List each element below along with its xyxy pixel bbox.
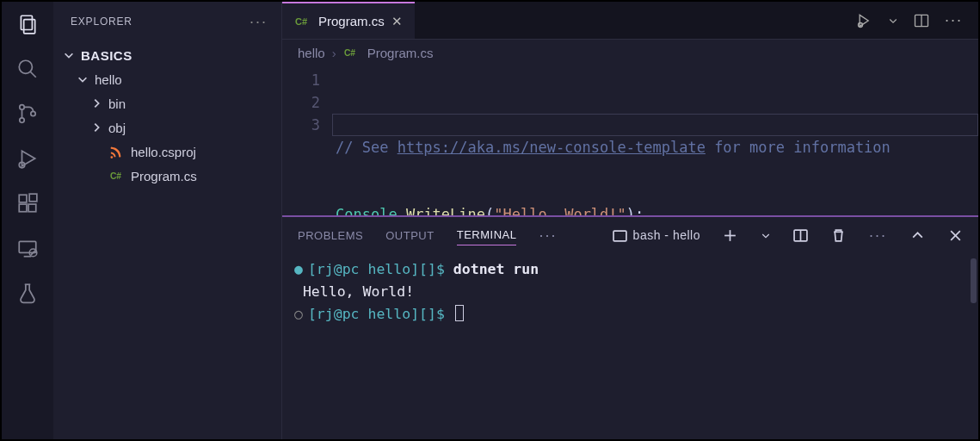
bottom-panel: PROBLEMS OUTPUT TERMINAL ··· bash - hell…: [282, 215, 978, 439]
terminal-selector[interactable]: bash - hello: [613, 227, 700, 243]
source-control-icon[interactable]: [15, 102, 40, 126]
editor-tab-label: Program.cs: [318, 14, 385, 28]
panel-tab-terminal[interactable]: TERMINAL: [457, 225, 517, 245]
svg-point-4: [20, 105, 24, 109]
chevron-down-icon[interactable]: [888, 11, 898, 30]
tree-file-csproj[interactable]: hello.csproj: [53, 140, 281, 164]
code-comment: for more information: [706, 139, 891, 156]
breadcrumb-file[interactable]: Program.cs: [367, 46, 434, 60]
maximize-panel-icon[interactable]: [909, 227, 925, 243]
extensions-icon[interactable]: [15, 191, 40, 215]
svg-text:C#: C#: [109, 171, 120, 181]
breadcrumb-separator: ›: [332, 46, 336, 60]
terminal-cursor: [455, 305, 464, 321]
tree-file-program[interactable]: C# Program.cs: [53, 164, 281, 188]
code-class: Console: [336, 206, 398, 215]
editor-tab[interactable]: C# Program.cs ✕: [282, 2, 415, 39]
terminal-scrollbar[interactable]: [971, 258, 977, 303]
split-terminal-icon[interactable]: [793, 227, 809, 243]
tree-file-label: Program.cs: [131, 169, 197, 183]
svg-point-6: [31, 111, 35, 115]
svg-rect-8: [19, 195, 27, 202]
panel-tab-problems[interactable]: PROBLEMS: [298, 226, 363, 245]
split-editor-icon[interactable]: [912, 11, 931, 30]
svg-rect-11: [29, 194, 37, 202]
terminal-command: dotnet run: [453, 261, 539, 277]
code-editor[interactable]: 1 2 3 // See https://aka.ms/new-console-…: [282, 65, 978, 215]
close-panel-icon[interactable]: [947, 227, 963, 243]
sidebar: EXPLORER ··· BASICS hello bin obj hello.…: [53, 2, 281, 439]
terminal-title-label: bash - hello: [633, 228, 700, 242]
svg-line-3: [30, 71, 36, 78]
sidebar-title: EXPLORER: [71, 16, 133, 28]
prompt-bullet-icon: ○: [294, 306, 303, 322]
tree-section[interactable]: BASICS: [53, 43, 281, 67]
terminal-output: Hello, World!: [303, 283, 414, 300]
svg-text:C#: C#: [344, 48, 355, 58]
svg-point-5: [20, 118, 24, 122]
run-debug-icon[interactable]: [15, 146, 40, 171]
tree-section-label: BASICS: [81, 48, 133, 63]
svg-rect-22: [613, 231, 626, 241]
close-icon[interactable]: ✕: [391, 14, 403, 29]
code-method: WriteLine: [406, 206, 485, 215]
terminal[interactable]: ●[rj@pc hello][]$ dotnet run Hello, Worl…: [282, 253, 978, 439]
current-line-highlight: [332, 114, 978, 136]
csharp-file-icon: C#: [294, 15, 308, 28]
svg-rect-1: [24, 20, 35, 34]
tree-folder-label: bin: [108, 96, 126, 111]
line-number: 2: [282, 91, 320, 114]
tree-folder-label: hello: [95, 72, 122, 87]
chevron-down-icon: [76, 72, 89, 86]
line-number: 1: [282, 69, 320, 91]
file-tree: BASICS hello bin obj hello.csproj C# Pro: [53, 41, 281, 189]
csharp-file-icon: C#: [108, 169, 122, 183]
terminal-prompt: [rj@pc hello]: [308, 261, 419, 277]
panel-tabbar: PROBLEMS OUTPUT TERMINAL ··· bash - hell…: [282, 217, 978, 253]
svg-rect-12: [19, 241, 36, 252]
sidebar-more-icon[interactable]: ···: [250, 13, 268, 31]
panel-tab-output[interactable]: OUTPUT: [385, 226, 434, 245]
new-terminal-icon[interactable]: [723, 227, 738, 243]
svg-text:C#: C#: [295, 16, 307, 27]
tree-folder-label: obj: [108, 121, 126, 135]
editor-tabbar: C# Program.cs ✕ ···: [282, 2, 978, 40]
explorer-icon[interactable]: [15, 12, 40, 36]
search-icon[interactable]: [15, 57, 40, 81]
code-content[interactable]: // See https://aka.ms/new-console-templa…: [336, 65, 978, 215]
sidebar-header: EXPLORER ···: [53, 2, 281, 41]
tree-folder-root[interactable]: hello: [53, 67, 281, 91]
tree-folder-bin[interactable]: bin: [53, 91, 281, 115]
testing-icon[interactable]: [15, 281, 40, 305]
editor-actions: ···: [855, 2, 978, 39]
svg-rect-0: [21, 16, 32, 29]
tree-folder-obj[interactable]: obj: [53, 115, 281, 140]
terminal-profile-icon: [613, 227, 628, 243]
csharp-file-icon: C#: [343, 46, 357, 59]
line-number: 3: [282, 114, 320, 136]
terminal-prompt: [rj@pc hello]: [308, 306, 419, 322]
svg-rect-10: [28, 204, 36, 212]
tree-file-label: hello.csproj: [131, 145, 196, 159]
terminal-more-icon[interactable]: ···: [869, 227, 887, 245]
line-gutter: 1 2 3: [282, 65, 336, 215]
code-url[interactable]: https://aka.ms/new-console-template: [398, 139, 706, 156]
svg-rect-9: [19, 204, 27, 212]
editor-more-icon[interactable]: ···: [945, 11, 963, 29]
breadcrumbs[interactable]: hello › C# Program.cs: [282, 40, 978, 65]
code-comment: // See: [336, 139, 398, 156]
panel-more-icon[interactable]: ···: [539, 227, 557, 245]
breadcrumb-folder[interactable]: hello: [298, 46, 325, 60]
chevron-right-icon: [89, 96, 103, 110]
activity-bar: [2, 2, 53, 439]
csproj-file-icon: [108, 145, 122, 158]
code-string: "Hello, World!": [494, 206, 626, 215]
main-area: C# Program.cs ✕ ··· hello › C# Program.c…: [281, 2, 978, 439]
svg-point-2: [19, 60, 32, 73]
chevron-down-icon[interactable]: [761, 227, 771, 243]
run-debug-button[interactable]: [855, 11, 874, 30]
remote-icon[interactable]: [15, 236, 40, 260]
kill-terminal-icon[interactable]: [831, 227, 847, 243]
chevron-right-icon: [89, 121, 103, 134]
chevron-down-icon: [62, 48, 76, 62]
